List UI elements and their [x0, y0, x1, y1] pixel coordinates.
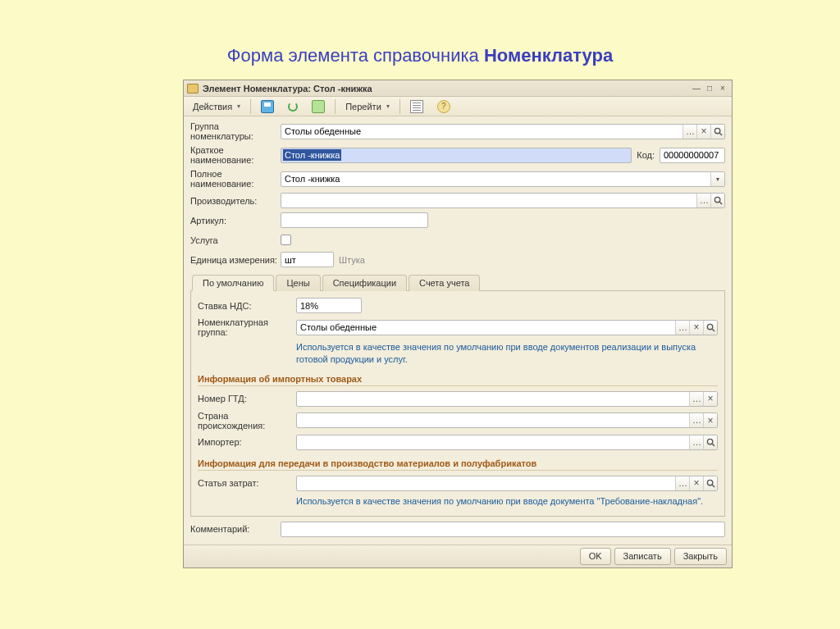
service-checkbox[interactable]: [281, 235, 291, 245]
cost-item-search-button[interactable]: [703, 476, 717, 490]
tab-defaults[interactable]: По умолчанию: [192, 275, 274, 291]
nom-group-field[interactable]: [296, 320, 718, 335]
help-icon: ?: [437, 100, 450, 113]
nom-group-clear-button[interactable]: [689, 321, 703, 335]
section-import: Информация об импортных товарах: [198, 374, 718, 386]
help-button[interactable]: ?: [431, 98, 456, 115]
tab-accounts[interactable]: Счета учета: [409, 275, 480, 291]
code-field[interactable]: [660, 148, 725, 163]
dialog-footer: OK Записать Закрыть: [184, 545, 732, 567]
svg-point-0: [714, 128, 719, 133]
gtd-field[interactable]: [296, 391, 718, 407]
comment-label: Комментарий:: [190, 524, 281, 534]
nom-group-hint: Используется в качестве значения по умол…: [296, 341, 718, 366]
svg-line-5: [712, 329, 714, 331]
ok-button[interactable]: OK: [580, 548, 611, 565]
goto-menu[interactable]: Перейти: [340, 98, 395, 115]
close-button[interactable]: Закрыть: [674, 548, 727, 565]
nom-group-input[interactable]: [297, 321, 675, 335]
cost-item-field[interactable]: [296, 476, 718, 491]
refresh-icon: [288, 102, 298, 112]
manufacturer-search-button[interactable]: [710, 194, 724, 207]
agree-button[interactable]: [306, 98, 331, 115]
write-button[interactable]: Записать: [614, 548, 671, 565]
full-name-dropdown[interactable]: [710, 172, 724, 186]
refresh-button[interactable]: [282, 98, 304, 115]
manufacturer-select-button[interactable]: [696, 194, 710, 207]
importer-field[interactable]: [296, 435, 718, 450]
importer-select-button[interactable]: [689, 435, 703, 449]
tab-strip: По умолчанию Цены Спецификации Счета уче…: [190, 274, 725, 291]
toolbar-separator: [335, 99, 336, 114]
svg-point-2: [714, 197, 719, 202]
unit-input[interactable]: [281, 253, 334, 267]
save-icon: [261, 100, 274, 113]
save-button[interactable]: [255, 98, 280, 115]
importer-search-button[interactable]: [703, 435, 717, 449]
group-select-button[interactable]: [682, 125, 696, 139]
country-clear-button[interactable]: [703, 413, 717, 427]
nom-group-search-button[interactable]: [703, 321, 717, 335]
importer-input[interactable]: [297, 435, 689, 449]
cost-item-select-button[interactable]: [675, 476, 689, 490]
full-name-field[interactable]: [281, 171, 725, 187]
country-select-button[interactable]: [689, 413, 703, 427]
tab-prices[interactable]: Цены: [276, 275, 320, 291]
svg-line-3: [719, 202, 722, 204]
gtd-select-button[interactable]: [689, 392, 703, 406]
unit-label: Единица измерения:: [190, 255, 281, 265]
page-heading: Форма элемента справочника Номенклатура: [0, 0, 840, 66]
maximize-button[interactable]: □: [704, 83, 715, 93]
minimize-button[interactable]: —: [691, 83, 702, 93]
unit-field[interactable]: [281, 252, 334, 267]
svg-point-4: [707, 324, 712, 329]
cost-item-hint: Используется в качестве значения по умол…: [296, 495, 718, 508]
group-search-button[interactable]: [710, 125, 724, 139]
tab-specs[interactable]: Спецификации: [322, 275, 407, 291]
vat-input[interactable]: [297, 299, 362, 312]
vat-field[interactable]: [296, 298, 362, 313]
tab-defaults-pane: Ставка НДС: Номенклатурная группа: Испол…: [190, 291, 725, 517]
short-name-input[interactable]: [341, 148, 631, 162]
section-production: Информация для передачи в производство м…: [198, 458, 718, 471]
group-input[interactable]: [281, 125, 682, 139]
list-button[interactable]: [404, 98, 429, 115]
sku-input[interactable]: [281, 213, 427, 227]
nom-group-label: Номенклатурная группа:: [198, 317, 296, 337]
nom-group-select-button[interactable]: [675, 321, 689, 335]
code-label: Код:: [637, 150, 655, 160]
form-body: Группа номенклатуры: Краткое наименовани…: [184, 116, 732, 545]
code-input[interactable]: [660, 148, 725, 162]
sku-field[interactable]: [281, 212, 428, 228]
actions-menu[interactable]: Действия: [187, 98, 246, 115]
country-field[interactable]: [296, 412, 718, 428]
cost-item-label: Статья затрат:: [198, 478, 296, 488]
cost-item-clear-button[interactable]: [689, 476, 703, 490]
short-name-value: Стол -книжка: [283, 149, 341, 161]
svg-line-9: [712, 485, 714, 487]
short-name-field[interactable]: Стол -книжка: [281, 148, 632, 163]
manufacturer-label: Производитель:: [190, 196, 281, 206]
toolbar-separator: [250, 99, 251, 114]
gtd-clear-button[interactable]: [703, 392, 717, 406]
cost-item-input[interactable]: [297, 476, 675, 490]
importer-label: Импортер:: [198, 437, 296, 447]
titlebar: Элемент Номенклатура: Стол -книжка — □ ×: [184, 80, 732, 97]
svg-point-6: [707, 439, 712, 444]
close-window-button[interactable]: ×: [717, 83, 728, 93]
comment-input[interactable]: [281, 522, 724, 536]
group-clear-button[interactable]: [696, 125, 710, 139]
svg-point-8: [707, 480, 712, 485]
gtd-input[interactable]: [297, 392, 689, 406]
toolbar-separator: [399, 99, 400, 114]
manufacturer-input[interactable]: [281, 194, 696, 207]
comment-field[interactable]: [281, 522, 725, 537]
country-input[interactable]: [297, 413, 689, 427]
manufacturer-field[interactable]: [281, 193, 725, 208]
heading-pre: Форма элемента справочника: [227, 45, 484, 66]
gtd-label: Номер ГТД:: [198, 394, 296, 403]
folder-icon: [187, 84, 199, 93]
full-name-input[interactable]: [281, 172, 710, 186]
group-field[interactable]: [281, 124, 725, 139]
vat-label: Ставка НДС:: [198, 301, 296, 311]
